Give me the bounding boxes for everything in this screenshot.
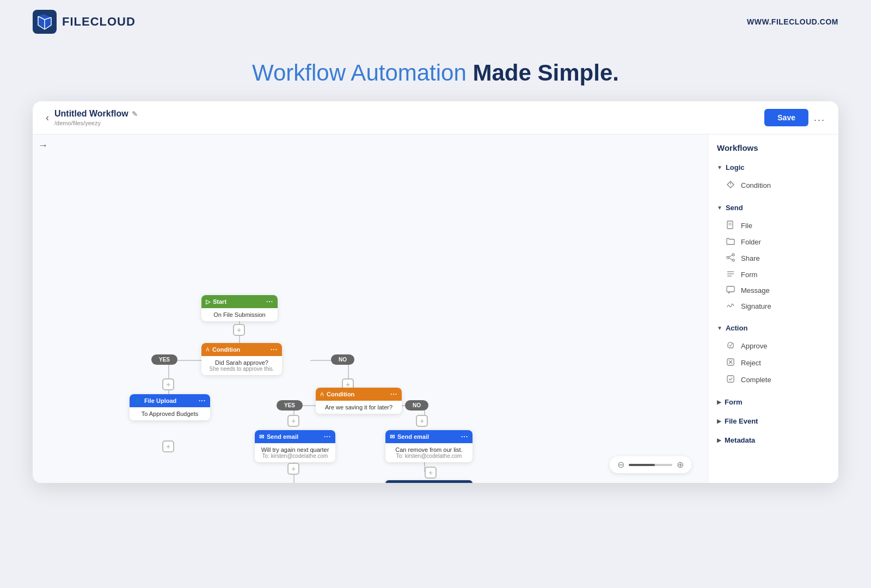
condition1-node[interactable]: ⑃ Condition ··· Did Sarah approve? She n… (201, 343, 282, 375)
zoom-bar: ⊖ ⊕ (610, 456, 691, 473)
sidebar-item-complete[interactable]: Complete (708, 371, 838, 388)
sidebar-title: Workflows (708, 143, 838, 159)
sidebar-section-file-event: ▶ File Event (708, 413, 838, 430)
connector-lines (33, 134, 708, 483)
export-button[interactable]: → (38, 140, 48, 151)
hero-section: Workflow Automation Made Simple. (0, 44, 871, 101)
sidebar-section-send-header[interactable]: ▼ Send (708, 199, 838, 216)
sidebar-item-approve[interactable]: Approve (708, 338, 838, 354)
delete-file-node[interactable]: 🗑 Delete File ··· (385, 480, 473, 483)
condition1-body: Did Sarah approve? (207, 359, 277, 366)
action-arrow: ▼ (717, 325, 722, 331)
metadata-label: Metadata (725, 436, 755, 444)
sidebar-section-file-event-header[interactable]: ▶ File Event (708, 413, 838, 430)
condition2-node-header: ⑃ Condition ··· (316, 388, 402, 401)
send-email1-node[interactable]: ✉ Send email ··· Will try again next qua… (255, 430, 335, 462)
form-outer-arrow: ▶ (717, 399, 721, 405)
sidebar-section-form-outer-header[interactable]: ▶ Form (708, 394, 838, 411)
form-outer-label: Form (725, 398, 743, 406)
send-email1-header: ✉ Send email ··· (255, 430, 335, 443)
send-email2-node[interactable]: ✉ Send email ··· Can remove from our lis… (385, 430, 473, 462)
yes-badge-2: YES (277, 400, 303, 411)
zoom-out-icon[interactable]: ⊖ (617, 460, 624, 470)
sidebar-section-logic-header[interactable]: ▼ Logic (708, 159, 838, 176)
zoom-slider-track (629, 464, 655, 466)
svg-rect-35 (727, 286, 734, 292)
workflow-canvas-area[interactable]: → (33, 134, 708, 483)
send-email2-body: Can remove from our list. (391, 446, 467, 453)
logic-arrow: ▼ (717, 164, 722, 170)
sidebar-item-condition[interactable]: Condition (708, 177, 838, 194)
save-button[interactable]: Save (764, 109, 808, 126)
hero-title-bold: Made Simple. (473, 60, 619, 85)
sidebar-section-metadata-header[interactable]: ▶ Metadata (708, 432, 838, 449)
file-icon (726, 220, 735, 231)
sidebar-item-folder[interactable]: Folder (708, 234, 838, 250)
svg-line-31 (729, 258, 732, 260)
no-badge-1: NO (331, 354, 354, 365)
file-event-arrow: ▶ (717, 418, 721, 424)
plus-btn-cond2-yes[interactable]: + (287, 415, 299, 427)
edit-workflow-icon[interactable]: ✎ (132, 110, 138, 118)
condition2-label: Condition (327, 391, 354, 397)
metadata-arrow: ▶ (717, 437, 721, 443)
form-item-label: Form (741, 271, 757, 279)
file-upload-header: 👤 File Upload ··· (130, 394, 210, 407)
hero-title-normal: Workflow Automation (252, 60, 467, 85)
condition1-node-header: ⑃ Condition ··· (201, 343, 282, 356)
send-email2-label: Send email (397, 433, 429, 440)
sidebar-section-action-header[interactable]: ▼ Action (708, 320, 838, 336)
svg-point-27 (732, 254, 734, 256)
plus-btn-file-upload[interactable]: + (162, 440, 174, 452)
app-header-right: Save ... (764, 109, 825, 126)
form-icon (726, 270, 735, 279)
folder-icon (726, 237, 735, 247)
condition2-node[interactable]: ⑃ Condition ··· Are we saving it for lat… (316, 388, 402, 414)
condition2-body: Are we saving it for later? (316, 401, 402, 414)
plus-btn-email2[interactable]: + (425, 467, 437, 479)
file-upload-label: File Upload (144, 397, 176, 404)
start-node-label: Start (213, 298, 226, 305)
sidebar-item-message[interactable]: Message (708, 283, 838, 298)
send-email2-header: ✉ Send email ··· (385, 430, 473, 443)
file-event-label: File Event (725, 417, 758, 425)
zoom-slider[interactable] (629, 464, 672, 466)
workflow-path: /demo/files/yeezy (54, 120, 138, 126)
complete-item-label: Complete (741, 376, 771, 384)
condition1-sub: She needs to approve this. (207, 366, 277, 372)
sidebar-section-send: ▼ Send File (708, 199, 838, 317)
approve-icon (726, 341, 735, 351)
plus-btn-after-start[interactable]: + (233, 324, 245, 336)
file-upload-body: To Approved Budgets (130, 407, 210, 420)
plus-btn-cond1-left[interactable]: + (162, 378, 174, 390)
logic-label: Logic (726, 163, 745, 171)
send-email1-body: Will try again next quarter (260, 446, 330, 453)
sidebar-section-action: ▼ Action Approve (708, 320, 838, 391)
back-button[interactable]: ‹ (46, 112, 49, 124)
more-options-button[interactable]: ... (814, 112, 825, 124)
file-upload-node[interactable]: 👤 File Upload ··· To Approved Budgets (130, 394, 210, 420)
send-email2-sub: To: kirsten@codelathe.com (391, 453, 467, 459)
complete-icon (726, 375, 735, 385)
plus-btn-email1[interactable]: + (287, 463, 299, 475)
condition1-label: Condition (212, 346, 240, 353)
zoom-in-icon[interactable]: ⊕ (677, 460, 684, 470)
start-node[interactable]: ▷ Start ··· On File Submission (201, 295, 278, 321)
start-node-header: ▷ Start ··· (201, 295, 278, 308)
message-icon (726, 286, 735, 295)
sidebar-item-form[interactable]: Form (708, 267, 838, 283)
sidebar-item-reject[interactable]: Reject (708, 354, 838, 371)
sidebar-item-file[interactable]: File (708, 217, 838, 234)
sidebar-item-share[interactable]: Share (708, 250, 838, 267)
message-item-label: Message (741, 286, 770, 295)
reject-icon (726, 358, 735, 368)
filecloud-logo-icon (33, 10, 57, 34)
svg-point-29 (732, 259, 734, 261)
website-url: WWW.FILECLOUD.COM (747, 17, 838, 26)
plus-btn-cond2-no[interactable]: + (416, 415, 428, 427)
svg-line-30 (729, 255, 732, 257)
sidebar-item-signature[interactable]: Signature (708, 298, 838, 314)
send-items: File Folder Share (708, 216, 838, 317)
action-items: Approve Reject Complete (708, 336, 838, 391)
app-window: ‹ Untitled Workflow ✎ /demo/files/yeezy … (33, 101, 838, 483)
